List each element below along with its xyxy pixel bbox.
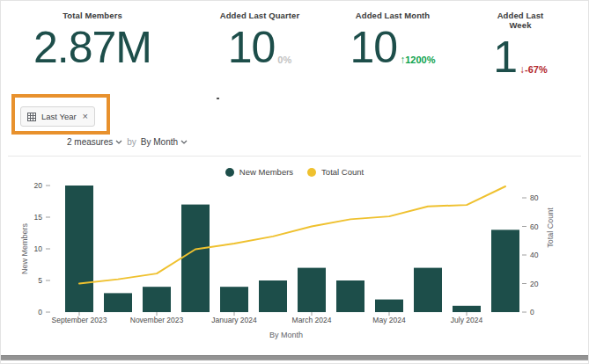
svg-text:20: 20 bbox=[530, 280, 539, 288]
svg-text:5: 5 bbox=[38, 276, 42, 285]
svg-text:40: 40 bbox=[530, 251, 539, 259]
svg-text:May 2024: May 2024 bbox=[372, 316, 406, 324]
svg-text:November 2023: November 2023 bbox=[130, 316, 184, 324]
x-axis-title: By Month bbox=[269, 331, 303, 339]
bar-January 2024[interactable] bbox=[220, 287, 248, 312]
bar-November 2023[interactable] bbox=[143, 287, 171, 312]
svg-text:15: 15 bbox=[34, 213, 43, 222]
svg-text:March 2024: March 2024 bbox=[292, 316, 332, 324]
svg-text:80: 80 bbox=[530, 193, 539, 202]
bar-February 2024[interactable] bbox=[259, 280, 287, 312]
bar-July 2024[interactable] bbox=[453, 306, 481, 312]
bar-May 2024[interactable] bbox=[375, 300, 403, 312]
svg-text:60: 60 bbox=[530, 222, 539, 231]
svg-text:0: 0 bbox=[530, 308, 534, 317]
dashboard-page: Total Members 2.87M Added Last Quarter 1… bbox=[0, 0, 589, 364]
window-bottom-edge bbox=[1, 355, 588, 360]
bar-March 2024[interactable] bbox=[298, 268, 326, 312]
svg-text:July 2024: July 2024 bbox=[451, 316, 483, 324]
svg-text:0: 0 bbox=[38, 308, 42, 317]
svg-text:20: 20 bbox=[34, 181, 43, 190]
right-axis-title: Total Count bbox=[546, 207, 555, 248]
bar-April 2024[interactable] bbox=[336, 280, 364, 312]
svg-text:10: 10 bbox=[34, 244, 43, 253]
bar-December 2023[interactable] bbox=[181, 205, 210, 312]
combo-chart[interactable]: 05101520020406080September 2023November … bbox=[1, 1, 589, 364]
bar-October 2023[interactable] bbox=[104, 293, 132, 312]
svg-text:January 2024: January 2024 bbox=[211, 316, 257, 324]
svg-text:September 2023: September 2023 bbox=[52, 316, 107, 324]
bar-September 2023[interactable] bbox=[65, 186, 93, 312]
left-axis-title: New Members bbox=[20, 222, 29, 274]
bar-June 2024[interactable] bbox=[414, 268, 442, 312]
bar-August 2024[interactable] bbox=[491, 229, 519, 312]
